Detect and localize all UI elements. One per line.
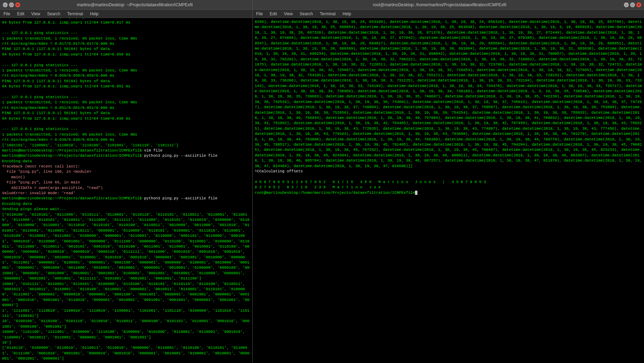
right-window-buttons: ─ □ ✕ (624, 2, 641, 7)
right-menu-terminal[interactable]: Terminal (318, 11, 338, 17)
left-terminal-window: ─ □ ✕ martino@martinoDesktop: ~/Projects… (0, 0, 253, 363)
left-window-title: martino@martinoDesktop: ~/Projects/datae… (77, 2, 193, 7)
right-close-button[interactable]: ✕ (636, 2, 641, 7)
left-window-buttons: ─ □ ✕ (3, 2, 20, 7)
main-container: ─ □ ✕ martino@martinoDesktop: ~/Projects… (0, 0, 644, 363)
right-title-bar: root@martinoDesktop: /home/martino/Proje… (253, 0, 644, 10)
left-menu-edit[interactable]: Edit (15, 11, 26, 17)
right-terminal-content[interactable]: 0299), datetime.datetime(2018, 1, 30, 19… (253, 18, 644, 363)
right-menu-view[interactable]: View (282, 11, 295, 17)
left-title-bar: ─ □ ✕ martino@martinoDesktop: ~/Projects… (0, 0, 252, 10)
left-menu-view[interactable]: View (29, 11, 42, 17)
right-minimize-button[interactable]: ─ (624, 2, 629, 7)
left-close-button[interactable]: ✕ (15, 2, 20, 7)
right-menu-edit[interactable]: Edit (268, 11, 279, 17)
left-maximize-button[interactable]: □ (9, 2, 14, 7)
right-menu-bar: File Edit View Search Terminal Help (253, 10, 644, 18)
right-menu-file[interactable]: File (254, 11, 265, 17)
left-minimize-button[interactable]: ─ (3, 2, 8, 7)
right-maximize-button[interactable]: □ (630, 2, 635, 7)
right-terminal-window: root@martinoDesktop: /home/martino/Proje… (253, 0, 644, 363)
left-menu-file[interactable]: File (1, 11, 12, 17)
left-menu-search[interactable]: Search (45, 11, 62, 17)
left-terminal-content[interactable]: 1 packets transmitted, 1 received, 0% pa… (0, 18, 252, 363)
right-title-wrapper: root@martinoDesktop: /home/martino/Proje… (255, 2, 624, 7)
right-menu-help[interactable]: Help (340, 11, 353, 17)
right-window-title: root@martinoDesktop: /home/martino/Proje… (373, 2, 506, 7)
left-menu-bar: File Edit View Search Terminal Help (0, 10, 252, 18)
left-menu-terminal[interactable]: Terminal (65, 11, 85, 17)
right-menu-search[interactable]: Search (298, 11, 315, 17)
left-title-wrapper: martino@martinoDesktop: ~/Projects/datae… (20, 2, 249, 7)
left-menu-help[interactable]: Help (88, 11, 101, 17)
